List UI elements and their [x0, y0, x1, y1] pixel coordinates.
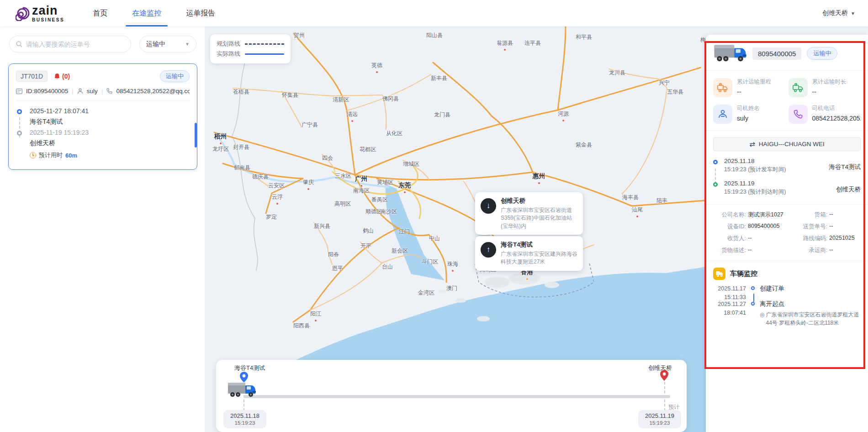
stat-text: 累计运输时长-- [812, 78, 847, 97]
origin-time-pill: 2025.11.18 15:19:23 [223, 410, 266, 428]
info-label: 设备ID: [713, 223, 746, 231]
map-label: 四会 [322, 154, 333, 162]
map-label: 台山 [382, 263, 393, 271]
map-label: 德庆县 [252, 173, 269, 181]
event-dot-icon [751, 286, 755, 290]
city-dot [219, 142, 222, 145]
event-dot-icon [751, 302, 755, 306]
map-label: 翁源县 [497, 39, 513, 47]
info-label: 路线编码: [797, 235, 827, 242]
info-value: 20251025 [829, 235, 855, 242]
map-label: 从化区 [386, 130, 402, 137]
map-label: 云浮 [272, 193, 283, 201]
info-value: -- [748, 247, 752, 254]
user-name: 创维天桥 [822, 9, 848, 17]
divider: | [72, 88, 74, 95]
map-label: 龙门县 [434, 111, 450, 119]
info-field: 送货单号:-- [797, 223, 861, 231]
map-label: 龙圩区 [212, 145, 229, 153]
eta-row: 预计用时60m [30, 151, 190, 159]
stat-item: 累计运输时长-- [789, 78, 861, 97]
popup-title: 创维天桥 [501, 197, 577, 205]
info-label: 送货单号: [797, 223, 827, 231]
map-label: 肇庆 [303, 179, 314, 186]
map-label: 鹤山 [363, 227, 374, 235]
info-field: 公司名称:测试演示1027 [713, 211, 797, 219]
map-label: 广州 [355, 175, 367, 183]
map-label: 封开县 [233, 143, 249, 151]
map-label: 新兴县 [314, 222, 330, 230]
origin-popup[interactable]: ↑ 海谷T4测试 广东省深圳市宝安区建兴路海谷科技大厦附近27米 [475, 236, 583, 271]
event-date: 2025.11.17 [713, 284, 746, 293]
route-bar[interactable]: ⇄ HAIGU---CHUAGN WEI [713, 137, 861, 151]
shipment-info-grid: 公司名称:测试演示1027货箱:--设备ID:8095400005送货单号:--… [706, 205, 868, 261]
logo-spiral-icon [16, 5, 31, 21]
stat-value: suly [737, 115, 760, 122]
info-label: 承运商: [797, 247, 827, 254]
city-dot [403, 191, 406, 194]
event-time: 2025.11.1715:11:33 [713, 284, 746, 302]
destination-time-pill: 2025.11.19 15:19:23 [638, 410, 681, 428]
phone-icon [789, 105, 808, 124]
map-label: 阳山县 [426, 32, 443, 39]
map-label: 和平县 [576, 33, 592, 41]
id-card-icon [16, 89, 22, 94]
status-badge: 运输中 [807, 47, 837, 60]
map-label: 三水区 [335, 172, 351, 180]
status-badge: 运输中 [160, 70, 190, 82]
sidebar-scrollbar[interactable] [195, 123, 197, 148]
top-header: zain BUSINESS 首页在途监控运单报告 创维天桥 ▼ [0, 0, 868, 26]
nav-item-2[interactable]: 运单报告 [180, 0, 222, 26]
waybill-search[interactable] [9, 36, 131, 53]
nav-item-1[interactable]: 在途监控 [126, 0, 168, 26]
map-label: 新会区 [392, 247, 408, 255]
map-label: 英德 [371, 62, 382, 69]
planned-route-label: 规划路线 [217, 40, 240, 48]
map-label: 阳春 [328, 251, 339, 258]
map-label: 河源 [558, 110, 569, 118]
map-label: 顺德区 [365, 208, 382, 216]
monitor-timeline: 2025.11.1715:11:33创建订单2025.11.2718:07:41… [706, 284, 868, 330]
map-label: 佛冈县 [382, 95, 399, 103]
map-label: 汕尾 [632, 206, 643, 214]
card-timeline: 2025-11-27 18:07:41海谷T4测试2025-11-19 15:1… [16, 107, 190, 159]
status-filter-value: 运输中 [146, 40, 165, 48]
map-label: 海丰县 [622, 194, 639, 201]
stat-text: 累计运输里程-- [737, 78, 771, 97]
destination-popup[interactable]: ↓ 创维天桥 广东省深圳市宝安区石岩街道S359(宝石路)中国石化加油站(宝华站… [475, 192, 583, 235]
schedule-place: 海谷T4测试 [829, 163, 861, 171]
stat-label: 司机电话 [812, 105, 861, 112]
truck-green-icon [789, 78, 808, 97]
schedule-entry: 2025.11.1915:19:23 (预计到达时间)创维天桥 [713, 180, 861, 196]
monitor-event: 2025.11.1715:11:33创建订单 [706, 284, 868, 300]
divider [16, 100, 190, 101]
city-dot [351, 120, 354, 122]
map-label: 云安区 [268, 182, 285, 190]
map-label: 黄埔区 [377, 179, 393, 186]
city-dot [451, 269, 454, 272]
timeline-dot-icon [17, 131, 22, 136]
info-value: -- [829, 223, 833, 231]
status-filter-select[interactable]: 运输中 ▼ [139, 36, 196, 53]
stat-value: -- [737, 88, 771, 95]
driver-name: suly [87, 88, 98, 95]
user-menu[interactable]: 创维天桥 ▼ [822, 9, 855, 17]
map-label: 斗门区 [422, 258, 438, 266]
nav-item-0[interactable]: 首页 [86, 0, 114, 26]
map-label: 高明区 [334, 200, 351, 208]
map-label: 惠州 [533, 172, 545, 180]
map-label: 清远 [347, 111, 358, 118]
alarm-count: (0) [62, 73, 70, 80]
search-input[interactable] [26, 41, 124, 48]
city-dot [538, 182, 540, 184]
actual-route-label: 实际路线 [217, 50, 240, 58]
event-title: 离开起点 [760, 300, 861, 308]
event-time: 2025.11.2718:07:41 [713, 300, 746, 317]
info-field: 货物描述:-- [713, 247, 797, 254]
map-label: 南海区 [353, 187, 370, 195]
map-label: 东莞 [398, 181, 411, 190]
progress-track [243, 395, 670, 398]
map-label: 五华县 [667, 88, 683, 96]
info-value: 测试演示1027 [748, 211, 783, 219]
waybill-card[interactable]: JT701D (0) 运输中 ID:8095400005 | suly | 08… [8, 63, 197, 170]
